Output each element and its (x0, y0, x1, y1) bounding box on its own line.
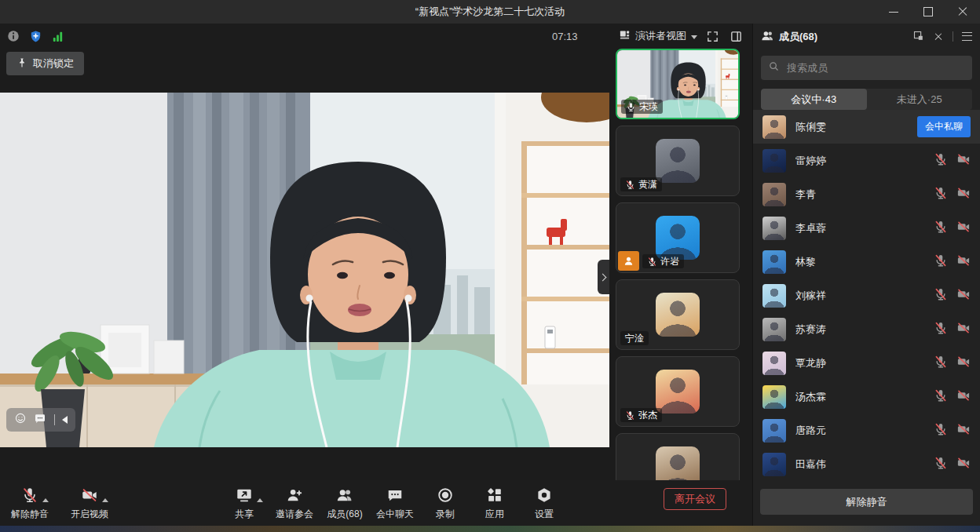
toolbar-item-caret[interactable] (102, 498, 108, 502)
mic-muted-icon[interactable] (934, 287, 948, 304)
shield-icon[interactable] (29, 30, 42, 43)
info-icon[interactable] (6, 29, 20, 43)
member-status-icons (934, 456, 971, 473)
popout-panel-button[interactable] (912, 30, 924, 44)
camera-off-icon[interactable] (956, 456, 971, 473)
member-status-icons (934, 355, 971, 372)
member-status-icons (934, 152, 971, 169)
chevron-right-icon (599, 273, 607, 281)
mic-muted-icon[interactable] (934, 422, 948, 439)
camera-off-icon[interactable] (956, 422, 971, 439)
mic-muted-icon[interactable] (934, 321, 948, 338)
member-avatar (762, 385, 786, 409)
leave-meeting-button[interactable]: 离开会议 (664, 488, 726, 510)
member-list[interactable]: 陈俐雯 会中私聊 雷婷婷 李青 李卓蓉 林黎 (753, 110, 980, 480)
member-name: 陈俐雯 (795, 120, 908, 134)
camera-off-icon[interactable] (956, 321, 971, 338)
member-row[interactable]: 刘稼祥 (753, 279, 980, 312)
camera-off-icon[interactable] (956, 253, 971, 271)
member-row[interactable]: 苏赛涛 (753, 312, 980, 346)
member-row[interactable]: 陈俐雯 会中私聊 (753, 110, 980, 144)
mic-muted-icon[interactable] (934, 355, 948, 372)
member-row[interactable]: 李青 (753, 177, 980, 211)
minimize-button[interactable] (876, 0, 911, 24)
titlebar[interactable]: “新视点”学术沙龙第二十七次活动 (0, 0, 980, 24)
member-status-icons (934, 287, 971, 304)
toolbar-item-caret[interactable] (257, 498, 263, 502)
member-row[interactable]: 林黎 (753, 245, 980, 279)
toolbar-item-apps[interactable]: 应用 (477, 486, 513, 521)
toolbar-item-label: 邀请参会 (276, 508, 313, 521)
member-name: 林黎 (795, 255, 924, 269)
thumbnail-avatar (656, 139, 700, 183)
tab-not-joined[interactable]: 未进入·25 (867, 89, 973, 110)
member-row[interactable]: 覃龙静 (753, 346, 980, 380)
toolbar-item-cam-off[interactable]: 开启视频 (71, 486, 108, 521)
mic-muted-icon[interactable] (934, 456, 948, 473)
toolbar-item-caret[interactable] (42, 498, 49, 502)
meeting-timer: 07:13 (552, 31, 578, 42)
toolbar-item-settings[interactable]: 设置 (526, 486, 562, 521)
mic-muted-icon[interactable] (934, 253, 948, 271)
thumbnail-collapse-handle[interactable] (598, 260, 609, 294)
main-speaker-video[interactable] (0, 93, 609, 447)
participant-thumbnail[interactable]: 张杰 (616, 356, 740, 427)
emoji-reaction-button[interactable] (14, 412, 27, 428)
member-row[interactable]: 田嘉伟 (753, 447, 980, 480)
mic-muted-icon[interactable] (934, 152, 948, 169)
participant-name: 张杰 (638, 410, 657, 421)
window-controls (876, 0, 980, 24)
unlock-button[interactable]: 取消锁定 (6, 52, 84, 75)
member-status-icons (934, 388, 971, 406)
mic-state-icon (626, 102, 636, 112)
member-name: 苏赛涛 (795, 322, 924, 337)
camera-off-icon[interactable] (956, 287, 971, 304)
caption-button[interactable] (34, 412, 46, 428)
member-name: 汤杰霖 (795, 390, 924, 404)
mic-muted-icon[interactable] (934, 186, 948, 203)
collapse-left-icon[interactable] (62, 416, 68, 424)
host-badge (618, 251, 639, 271)
tab-in-meeting[interactable]: 会议中·43 (761, 89, 867, 110)
member-row[interactable]: 雷婷婷 (753, 144, 980, 177)
participant-thumbnail[interactable]: 宁淦 (616, 279, 740, 350)
search-input[interactable] (785, 61, 965, 75)
member-avatar (762, 352, 786, 375)
mic-muted-icon[interactable] (934, 388, 948, 406)
network-signal-icon[interactable] (51, 30, 64, 43)
toolbar-item-mic-off[interactable]: 解除静音 (11, 486, 49, 521)
toolbar-item-share[interactable]: 共享 (226, 486, 262, 521)
member-row[interactable]: 汤杰霖 (753, 380, 980, 414)
toolbar-item-invite[interactable]: 邀请参会 (276, 486, 313, 521)
mic-muted-icon[interactable] (934, 220, 948, 237)
participant-thumbnail[interactable] (616, 433, 740, 480)
panel-menu-button[interactable] (962, 32, 972, 41)
toolbar-item-record[interactable]: 录制 (427, 486, 463, 521)
member-row[interactable]: 李卓蓉 (753, 211, 980, 245)
unlock-label: 取消锁定 (33, 56, 74, 71)
camera-off-icon[interactable] (956, 220, 971, 237)
members-panel-title: 成员(68) (779, 30, 817, 44)
participant-thumbnail[interactable]: 许岩 (616, 202, 740, 273)
camera-off-icon[interactable] (956, 186, 971, 203)
camera-off-icon[interactable] (956, 388, 971, 406)
toolbar-item-label: 解除静音 (11, 508, 49, 521)
private-chat-badge[interactable]: 会中私聊 (917, 116, 971, 137)
member-status-icons (934, 321, 971, 338)
participant-thumbnail[interactable]: 宋瑛 (616, 49, 740, 119)
participant-thumbnail[interactable]: 黄潇 (616, 126, 740, 196)
member-avatar (762, 217, 786, 240)
camera-off-icon[interactable] (956, 152, 971, 169)
toolbar-item-members[interactable]: 成员(68) (327, 486, 363, 521)
camera-off-icon[interactable] (956, 355, 971, 372)
maximize-button[interactable] (911, 0, 945, 24)
member-row[interactable]: 唐路元 (753, 414, 980, 447)
close-panel-button[interactable] (934, 32, 942, 41)
toolbar-item-chat[interactable]: 会中聊天 (376, 486, 414, 521)
close-icon (957, 6, 968, 17)
thumbnail-avatar (656, 293, 700, 337)
participant-name: 黄潇 (638, 179, 657, 190)
close-button[interactable] (945, 0, 980, 24)
mic-state-icon (625, 410, 635, 421)
unmute-all-button[interactable]: 解除静音 (760, 489, 973, 515)
